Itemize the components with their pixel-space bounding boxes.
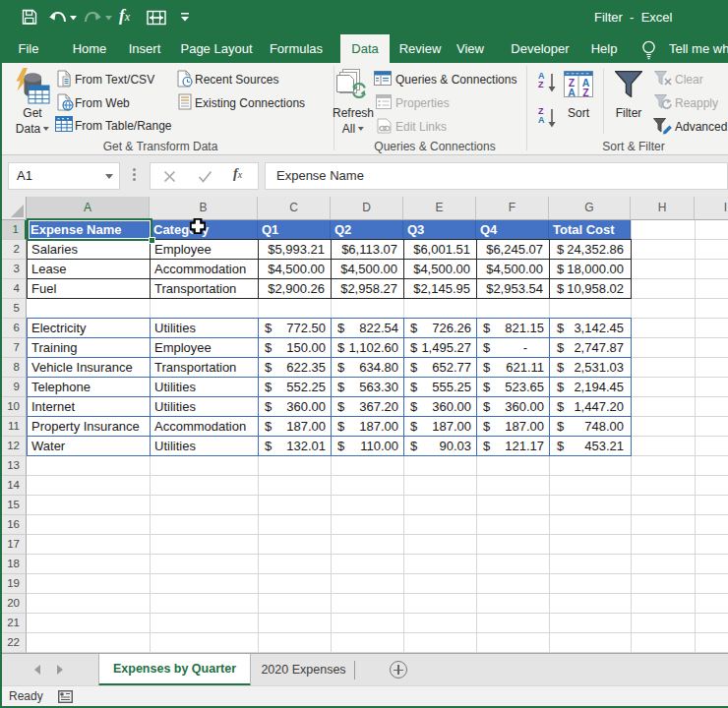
svg-text:A: A	[568, 87, 576, 98]
svg-text:Z: Z	[582, 87, 589, 98]
